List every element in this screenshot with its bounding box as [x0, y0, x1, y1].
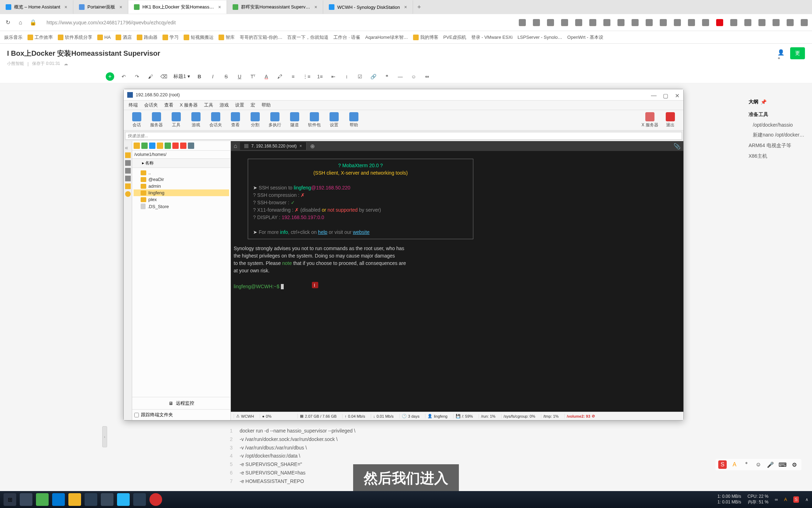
number-list-button[interactable]: 1≡ — [316, 73, 324, 80]
font-color-button[interactable]: A — [263, 73, 270, 80]
menu-help[interactable]: 帮助 — [262, 102, 271, 108]
checkbox[interactable] — [134, 413, 139, 417]
browser-tab[interactable]: WCWH - Synology DiskStation× — [323, 0, 413, 14]
help-link[interactable]: help — [318, 229, 327, 235]
outline-item[interactable]: 准备工具 — [749, 109, 805, 120]
collapse-icon[interactable]: « — [125, 145, 131, 150]
extension-icon[interactable] — [702, 19, 709, 26]
website-link[interactable]: website — [353, 229, 369, 235]
taskbar-app-explorer[interactable] — [68, 493, 81, 506]
taskbar-app-telegram[interactable] — [117, 493, 130, 506]
extension-icon[interactable] — [589, 19, 596, 26]
collapse-handle[interactable]: ‹ — [102, 426, 107, 447]
taskbar-app[interactable] — [36, 493, 49, 506]
extension-icon[interactable] — [730, 19, 737, 26]
tools-tab-icon[interactable] — [125, 160, 131, 166]
sftp-tab-icon[interactable] — [125, 152, 131, 158]
ime-keyboard-icon[interactable]: ⌨ — [778, 460, 787, 469]
extension-icon[interactable] — [688, 19, 695, 26]
terminal-icon[interactable] — [188, 143, 194, 149]
macros-tab-icon[interactable] — [125, 168, 131, 174]
tree-row-up[interactable]: .. — [134, 169, 229, 176]
taskbar-app[interactable] — [101, 493, 113, 506]
menu-games[interactable]: 游戏 — [220, 102, 229, 108]
properties-icon[interactable] — [180, 143, 186, 149]
name-column-header[interactable]: ▸ 名称 — [132, 159, 230, 168]
strikethrough-button[interactable]: S — [222, 73, 230, 80]
extension-icon[interactable] — [674, 19, 681, 26]
sftp-path[interactable]: /volume1/homes/ — [132, 151, 230, 159]
new-folder-icon[interactable] — [157, 143, 163, 149]
maximize-button[interactable]: ▢ — [663, 92, 668, 97]
home-tab[interactable]: ⌂ — [231, 141, 240, 151]
menu-xserver[interactable]: X 服务器 — [180, 102, 198, 108]
tool-sessions[interactable]: 会话夹 — [207, 112, 224, 128]
bookmark-item[interactable]: PVE虚拟机 — [443, 34, 466, 41]
start-button[interactable]: ⊞ — [4, 493, 16, 506]
line-height-button[interactable]: ↕ — [343, 73, 351, 80]
quick-connect-input[interactable] — [125, 132, 682, 140]
remote-monitoring-button[interactable]: 🖥 远程监控 — [132, 397, 230, 409]
menu-settings[interactable]: 设置 — [235, 102, 244, 108]
tool-xserver[interactable]: X 服务器 — [641, 112, 659, 128]
bookmark-item[interactable]: 我的博客 — [413, 34, 438, 41]
outline-item[interactable]: /opt/docker/hassio — [749, 120, 805, 130]
pin-icon[interactable]: 📌 — [761, 99, 767, 105]
add-button[interactable]: + — [106, 72, 114, 81]
terminal-tab[interactable]: 7. 192.168.50.220 (root) × — [240, 142, 307, 150]
bookmark-item[interactable]: 短视频搬运 — [184, 34, 214, 41]
extension-icon[interactable] — [773, 19, 780, 26]
bookmark-item[interactable]: 百度一下，你就知道 — [287, 34, 328, 41]
undo-button[interactable]: ↶ — [120, 73, 128, 80]
tree-row[interactable]: plex — [134, 196, 229, 203]
ime-settings-icon[interactable]: ⚙ — [790, 460, 799, 469]
align-button[interactable]: ≡ — [289, 73, 297, 80]
tree-row[interactable]: admin — [134, 183, 229, 189]
tool-exit[interactable]: 退出 — [662, 112, 679, 128]
format-painter-button[interactable]: 🖌 — [147, 73, 154, 80]
tool-split[interactable]: 分割 — [246, 112, 264, 128]
bold-button[interactable]: B — [196, 73, 203, 80]
emoji-button[interactable]: ☺ — [410, 73, 418, 80]
extension-icon[interactable] — [561, 19, 568, 26]
bookmark-item[interactable]: HA — [97, 35, 111, 40]
tool-tunneling[interactable]: 隧道 — [286, 112, 303, 128]
taskbar-app-edge[interactable] — [52, 493, 65, 506]
extension-icon[interactable] — [787, 19, 794, 26]
tree-row[interactable]: @eaDir — [134, 176, 229, 183]
ime-emoji-icon[interactable]: ☺ — [754, 460, 763, 469]
italic-button[interactable]: I — [209, 73, 217, 80]
extension-icon[interactable] — [716, 19, 723, 26]
extension-icon[interactable] — [801, 19, 808, 26]
bookmark-item[interactable]: 哥哥的百宝箱-你的… — [240, 34, 282, 41]
indent-button[interactable]: ⇤ — [330, 73, 337, 80]
download-icon[interactable] — [134, 143, 140, 149]
redo-button[interactable]: ↷ — [133, 73, 141, 80]
underline-button[interactable]: U — [236, 73, 244, 80]
tool-servers[interactable]: 服务器 — [148, 112, 165, 128]
close-icon[interactable]: × — [314, 4, 317, 10]
tree-row-selected[interactable]: lingfeng — [134, 189, 229, 196]
ime-logo-icon[interactable]: S — [718, 460, 727, 469]
tray-icon[interactable]: ∞ — [775, 497, 778, 502]
checkbox-button[interactable]: ☑ — [356, 73, 364, 80]
bookmark-item[interactable]: OpenWrt - 基本设 — [567, 34, 603, 41]
browser-tab[interactable]: 群晖安装Homeassistant Superv…× — [227, 0, 323, 14]
tool-view[interactable]: 查看 — [227, 112, 244, 128]
bookmark-item[interactable]: AqaraHome绿米智… — [365, 34, 408, 41]
menu-sessions[interactable]: 会话夹 — [144, 102, 158, 108]
menu-tools[interactable]: 工具 — [204, 102, 213, 108]
ime-voice-icon[interactable]: 🎤 — [766, 460, 775, 469]
menu-terminal[interactable]: 终端 — [129, 102, 138, 108]
close-icon[interactable]: × — [64, 4, 67, 10]
menu-macros[interactable]: 宏 — [251, 102, 255, 108]
browser-tab[interactable]: 概览 – Home Assistant× — [0, 0, 73, 14]
bookmark-item[interactable]: 路由器 — [137, 34, 158, 41]
extension-icon[interactable] — [533, 19, 540, 26]
extension-icon[interactable] — [632, 19, 639, 26]
tree-row[interactable]: .DS_Store — [134, 203, 229, 210]
browser-tab[interactable]: Portainer面板× — [73, 0, 128, 14]
home-icon[interactable]: ⌂ — [17, 19, 24, 26]
upload-icon[interactable] — [141, 143, 148, 149]
highlight-button[interactable]: 🖍 — [276, 73, 284, 80]
